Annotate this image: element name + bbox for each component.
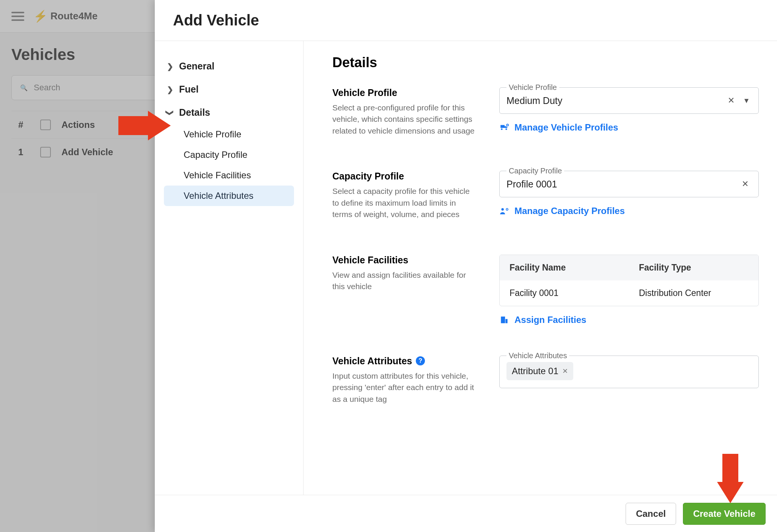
- modal-title: Add Vehicle: [173, 12, 259, 29]
- nav-sub-vehicle-facilities[interactable]: Vehicle Facilities: [164, 165, 294, 186]
- facilities-table: Facility Name Facility Type Facility 000…: [499, 255, 759, 306]
- truck-gear-icon: [499, 123, 509, 132]
- nav-details[interactable]: ❯ Details: [161, 101, 297, 124]
- modal-footer: Cancel Create Vehicle: [155, 495, 777, 532]
- facilities-col-type: Facility Type: [629, 255, 758, 280]
- details-heading: Details: [332, 55, 759, 71]
- vehicle-facilities-title: Vehicle Facilities: [332, 255, 477, 266]
- attribute-chip-label: Attribute 01: [512, 366, 558, 376]
- vehicle-profile-desc: Select a pre-configured profile for this…: [332, 102, 477, 137]
- facilities-row: Facility 0001 Distribution Center: [500, 280, 758, 306]
- svg-point-3: [501, 208, 504, 211]
- svg-point-1: [505, 128, 507, 130]
- manage-capacity-profiles-label: Manage Capacity Profiles: [514, 206, 625, 216]
- help-icon[interactable]: ?: [416, 356, 425, 365]
- section-capacity-profile: Capacity Profile Select a capacity profi…: [332, 171, 759, 220]
- vehicle-attributes-title-text: Vehicle Attributes: [332, 356, 412, 367]
- assign-facilities-link[interactable]: Assign Facilities: [499, 315, 759, 325]
- clear-icon[interactable]: ✕: [739, 178, 752, 190]
- nav-sub-vehicle-attributes[interactable]: Vehicle Attributes: [164, 186, 294, 206]
- chevron-right-icon: ❯: [166, 62, 174, 71]
- svg-point-0: [501, 128, 502, 130]
- clear-icon[interactable]: ✕: [725, 94, 738, 107]
- manage-vehicle-profiles-label: Manage Vehicle Profiles: [514, 122, 618, 133]
- capacity-profile-title: Capacity Profile: [332, 171, 477, 182]
- details-panel: Details Vehicle Profile Select a pre-con…: [304, 41, 777, 495]
- modal-sidenav: ❯ General ❯ Fuel ❯ Details Vehicle Profi…: [155, 41, 304, 495]
- create-vehicle-button[interactable]: Create Vehicle: [683, 503, 766, 525]
- chevron-right-icon: ❯: [166, 85, 174, 94]
- vehicle-attributes-float-label: Vehicle Attributes: [506, 351, 569, 360]
- chevron-down-icon: ❯: [165, 109, 175, 116]
- vehicle-attributes-input[interactable]: Vehicle Attributes Attribute 01 ✕: [499, 356, 759, 388]
- section-vehicle-profile: Vehicle Profile Select a pre-configured …: [332, 87, 759, 137]
- manage-capacity-profiles-link[interactable]: Manage Capacity Profiles: [499, 206, 759, 216]
- vehicle-profile-float-label: Vehicle Profile: [506, 83, 559, 92]
- nav-fuel[interactable]: ❯ Fuel: [161, 78, 297, 101]
- header-index: #: [18, 120, 30, 130]
- section-vehicle-attributes: Vehicle Attributes ? Input custom attrib…: [332, 356, 759, 405]
- facilities-col-name: Facility Name: [500, 255, 629, 280]
- capacity-profile-input[interactable]: Capacity Profile Profile 0001 ✕: [499, 171, 759, 197]
- modal-header: Add Vehicle: [155, 0, 777, 41]
- capacity-profile-float-label: Capacity Profile: [506, 167, 564, 175]
- nav-details-label: Details: [179, 107, 210, 118]
- vehicle-profile-select[interactable]: Vehicle Profile Medium Duty ✕ ▾: [499, 87, 759, 114]
- chevron-down-icon[interactable]: ▾: [741, 94, 752, 107]
- vehicle-profile-value: Medium Duty: [506, 95, 725, 106]
- attribute-chip: Attribute 01 ✕: [506, 362, 573, 380]
- menu-icon: [11, 12, 24, 21]
- vehicle-facilities-desc: View and assign facilities available for…: [332, 269, 477, 293]
- vehicle-attributes-title: Vehicle Attributes ?: [332, 356, 477, 367]
- manage-vehicle-profiles-link[interactable]: Manage Vehicle Profiles: [499, 122, 759, 133]
- logo-bolt-icon: ⚡: [33, 9, 47, 23]
- nav-sub-vehicle-profile[interactable]: Vehicle Profile: [164, 124, 294, 145]
- brand-logo: ⚡ Route4Me: [33, 9, 98, 23]
- row-label: Add Vehicle: [61, 147, 113, 157]
- vehicle-profile-title: Vehicle Profile: [332, 87, 477, 98]
- facilities-header: Facility Name Facility Type: [500, 255, 758, 280]
- facility-name: Facility 0001: [500, 280, 629, 306]
- people-gear-icon: [499, 206, 509, 216]
- search-icon: 🔍: [20, 84, 28, 91]
- facility-type: Distribution Center: [629, 280, 758, 306]
- section-vehicle-facilities: Vehicle Facilities View and assign facil…: [332, 255, 759, 325]
- add-vehicle-modal: Add Vehicle ❯ General ❯ Fuel ❯ Details V…: [155, 0, 777, 532]
- building-icon: [499, 315, 509, 325]
- header-actions: Actions: [61, 120, 95, 130]
- nav-sub-capacity-profile[interactable]: Capacity Profile: [164, 145, 294, 165]
- cancel-button[interactable]: Cancel: [626, 503, 676, 525]
- row-index: 1: [18, 147, 30, 157]
- assign-facilities-label: Assign Facilities: [514, 315, 586, 325]
- nav-general-label: General: [179, 61, 214, 72]
- select-all-checkbox: [40, 120, 51, 130]
- logo-text: Route4Me: [50, 10, 98, 22]
- nav-fuel-label: Fuel: [179, 84, 198, 95]
- capacity-profile-value: Profile 0001: [506, 179, 739, 190]
- capacity-profile-desc: Select a capacity profile for this vehic…: [332, 186, 477, 220]
- row-checkbox: [40, 147, 51, 157]
- nav-general[interactable]: ❯ General: [161, 55, 297, 78]
- chip-remove-icon[interactable]: ✕: [562, 367, 568, 375]
- vehicle-attributes-desc: Input custom attributes for this vehicle…: [332, 370, 477, 405]
